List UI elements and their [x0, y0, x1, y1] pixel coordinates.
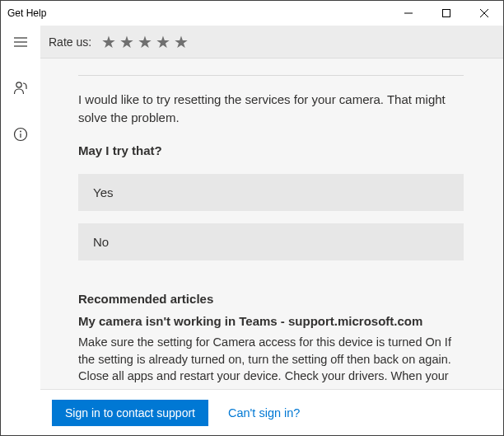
minimize-icon — [404, 9, 413, 17]
svg-point-9 — [20, 131, 21, 133]
star-icon[interactable]: ★ — [138, 34, 152, 50]
content-inner: I would like to try resetting the servic… — [55, 75, 488, 401]
star-icon[interactable]: ★ — [156, 34, 170, 50]
main-content: I would like to try resetting the servic… — [40, 59, 503, 435]
rate-label: Rate us: — [49, 35, 91, 49]
hamburger-icon — [13, 35, 28, 49]
about-nav[interactable] — [1, 118, 40, 151]
headset-person-icon — [13, 81, 28, 96]
signin-button[interactable]: Sign in to contact support — [52, 400, 208, 426]
body-wrap: I would like to try resetting the servic… — [1, 59, 503, 435]
assistant-question: May I try that? — [78, 142, 464, 160]
rate-bar: Rate us: ★ ★ ★ ★ ★ — [1, 26, 503, 59]
close-button[interactable] — [465, 1, 503, 26]
option-yes-button[interactable]: Yes — [78, 174, 464, 211]
star-icon[interactable]: ★ — [174, 34, 189, 50]
side-rail — [1, 26, 40, 435]
star-icon[interactable]: ★ — [101, 34, 116, 50]
title-bar: Get Help — [1, 1, 503, 26]
contact-support-nav[interactable] — [1, 72, 40, 105]
rating-stars: ★ ★ ★ ★ ★ — [101, 34, 189, 50]
close-icon — [480, 9, 488, 17]
svg-rect-1 — [443, 10, 450, 17]
minimize-button[interactable] — [390, 1, 427, 26]
cant-signin-link[interactable]: Can't sign in? — [223, 401, 305, 424]
svg-point-7 — [16, 82, 21, 87]
maximize-button[interactable] — [427, 1, 465, 26]
assistant-message: I would like to try resetting the servic… — [78, 91, 464, 127]
recommended-articles-heading: Recommended articles — [78, 292, 464, 306]
option-no-button[interactable]: No — [78, 223, 464, 260]
window-controls — [390, 1, 503, 26]
bottom-bar: Sign in to contact support Can't sign in… — [40, 389, 503, 435]
star-icon[interactable]: ★ — [119, 34, 134, 50]
window-title: Get Help — [7, 7, 46, 19]
article-title[interactable]: My camera isn't working in Teams - suppo… — [78, 314, 464, 328]
menu-button[interactable] — [1, 26, 40, 59]
info-icon — [13, 127, 28, 142]
divider — [78, 75, 464, 76]
maximize-icon — [442, 9, 450, 17]
